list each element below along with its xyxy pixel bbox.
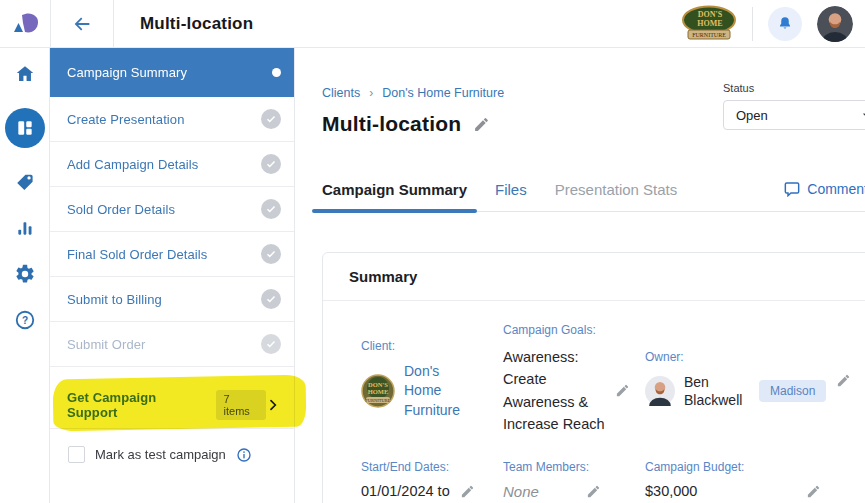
sidebar-item-label: Add Campaign Details (67, 157, 198, 172)
nav-tags-icon[interactable] (13, 170, 37, 194)
nav-help-icon[interactable]: ? (13, 308, 37, 332)
get-campaign-support-button[interactable]: Get Campaign Support 7 items (50, 382, 294, 429)
tab-campaign-summary[interactable]: Campaign Summary (322, 181, 467, 211)
owner-office-badge: Madison (759, 380, 826, 402)
chevron-right-icon (266, 398, 280, 412)
sidebar-item-final-sold-order-details[interactable]: Final Sold Order Details (50, 232, 294, 277)
topbar: Multi-location DON'S HOME FURNITURE (0, 0, 865, 48)
client-logo-icon: DON'S HOME FURNITURE (361, 374, 395, 408)
main-content: Status Open Clients › Don's Home Furnitu… (296, 48, 865, 503)
test-campaign-row: Mark as test campaign (50, 446, 294, 463)
campaign-goals-label: Campaign Goals: (503, 323, 645, 337)
notifications-button[interactable] (768, 7, 802, 41)
edit-budget-pencil-icon[interactable] (806, 484, 821, 499)
test-campaign-label: Mark as test campaign (95, 447, 226, 462)
window-title: Multi-location (140, 14, 253, 34)
edit-dates-pencil-icon[interactable] (460, 484, 475, 499)
sidebar-item-label: Final Sold Order Details (67, 247, 207, 262)
field-team-members: Team Members: None (503, 460, 645, 500)
summary-card: Summary Client: DON'S HOME FURNITURE Don… (322, 252, 865, 503)
sidebar-item-label: Submit Order (67, 337, 146, 352)
back-button[interactable] (50, 0, 114, 47)
bell-icon (776, 15, 794, 33)
topbar-divider (752, 7, 753, 41)
campaign-budget-label: Campaign Budget: (645, 460, 865, 474)
comments-label: Comments (807, 181, 865, 197)
nav-home-icon[interactable] (13, 62, 37, 86)
info-icon[interactable] (236, 447, 252, 463)
edit-title-pencil-icon[interactable] (473, 116, 490, 133)
check-circle-icon (261, 244, 281, 264)
active-dot-icon (272, 68, 281, 77)
summary-card-title: Summary (323, 253, 865, 301)
owner-label: Owner: (645, 350, 865, 364)
nav-dashboard-icon[interactable] (5, 108, 45, 148)
client-logo-badge-icon: DON'S HOME FURNITURE (681, 5, 737, 43)
svg-text:FURNITURE: FURNITURE (692, 32, 726, 38)
field-client: Client: DON'S HOME FURNITURE Don's Home … (361, 339, 503, 421)
check-circle-icon (261, 289, 281, 309)
sidebar-item-label: Create Presentation (67, 112, 185, 127)
support-label: Get Campaign Support (67, 390, 207, 420)
check-circle-icon (261, 334, 281, 354)
campaign-steps-sidebar: Campaign Summary Create Presentation Add… (50, 48, 295, 503)
tab-presentation-stats[interactable]: Presentation Stats (555, 181, 678, 211)
edit-goals-pencil-icon[interactable] (615, 383, 630, 398)
test-campaign-checkbox[interactable] (68, 446, 85, 463)
sidebar-item-label: Submit to Billing (67, 292, 162, 307)
sidebar-item-create-presentation[interactable]: Create Presentation (50, 97, 294, 142)
check-circle-icon (261, 199, 281, 219)
sidebar-item-sold-order-details[interactable]: Sold Order Details (50, 187, 294, 232)
status-label: Status (723, 82, 865, 94)
field-campaign-budget: Campaign Budget: $30,000 (645, 460, 865, 499)
client-name-link[interactable]: Don's Home Furniture (404, 362, 480, 421)
page-title: Multi-location (322, 112, 461, 136)
tab-files[interactable]: Files (495, 181, 527, 211)
dates-label: Start/End Dates: (361, 460, 503, 474)
user-avatar[interactable] (817, 6, 853, 42)
tab-bar: Campaign Summary Files Presentation Stat… (322, 181, 865, 212)
campaign-goals-value: Awareness: Create Awareness & Increase R… (503, 346, 605, 436)
owner-avatar-icon (645, 376, 675, 406)
client-label: Client: (361, 339, 503, 353)
sidebar-item-label: Sold Order Details (67, 202, 175, 217)
nav-analytics-icon[interactable] (13, 216, 37, 240)
svg-text:DON'S: DON'S (698, 10, 723, 19)
svg-text:FURNITURE: FURNITURE (365, 398, 391, 403)
sidebar-item-submit-order[interactable]: Submit Order (50, 322, 294, 367)
arrow-left-icon (71, 13, 93, 35)
svg-text:HOME: HOME (697, 19, 722, 28)
team-members-value: None (503, 483, 539, 500)
edit-team-pencil-icon[interactable] (586, 484, 601, 499)
support-items-badge: 7 items (216, 390, 266, 420)
user-avatar-icon (817, 6, 853, 42)
sidebar-item-label: Campaign Summary (67, 65, 187, 80)
comments-button[interactable]: Comments (784, 181, 865, 211)
status-box: Status Open (723, 82, 865, 130)
icon-rail: ? (0, 48, 50, 503)
status-value: Open (736, 108, 768, 123)
svg-text:HOME: HOME (368, 388, 389, 395)
team-members-label: Team Members: (503, 460, 645, 474)
edit-owner-pencil-icon[interactable] (836, 373, 851, 388)
breadcrumb-separator: › (369, 86, 373, 100)
app-logo[interactable] (0, 0, 50, 47)
field-dates: Start/End Dates: 01/01/2024 to (361, 460, 503, 499)
app-logo-icon (10, 11, 40, 37)
check-circle-icon (261, 154, 281, 174)
status-select[interactable]: Open (723, 100, 865, 130)
field-owner: Owner: Ben Blackwell Madison (645, 350, 865, 409)
nav-settings-icon[interactable] (13, 262, 37, 286)
sidebar-item-campaign-summary[interactable]: Campaign Summary (50, 48, 294, 97)
speech-bubble-icon (784, 181, 800, 197)
sidebar-item-submit-to-billing[interactable]: Submit to Billing (50, 277, 294, 322)
svg-text:DON'S: DON'S (368, 381, 388, 388)
breadcrumb-client-link[interactable]: Don's Home Furniture (382, 86, 504, 100)
chevron-down-icon (861, 109, 865, 122)
sidebar-item-add-campaign-details[interactable]: Add Campaign Details (50, 142, 294, 187)
dates-value: 01/01/2024 to (361, 483, 450, 499)
owner-name: Ben Blackwell (684, 373, 750, 409)
campaign-budget-value: $30,000 (645, 483, 697, 499)
svg-text:?: ? (21, 315, 27, 326)
breadcrumb-clients-link[interactable]: Clients (322, 86, 360, 100)
